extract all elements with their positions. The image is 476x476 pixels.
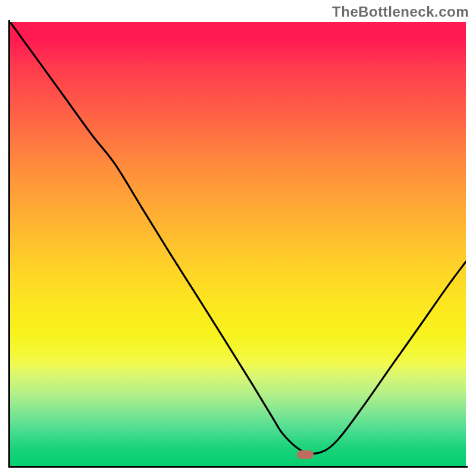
bottleneck-curve [10, 22, 466, 453]
watermark-label: TheBottleneck.com [332, 4, 469, 20]
plot-area [10, 22, 466, 466]
curve-svg [10, 22, 466, 466]
y-axis [8, 20, 10, 468]
optimal-marker [297, 450, 314, 459]
x-axis [8, 466, 468, 468]
chart-container: TheBottleneck.com [0, 0, 476, 476]
